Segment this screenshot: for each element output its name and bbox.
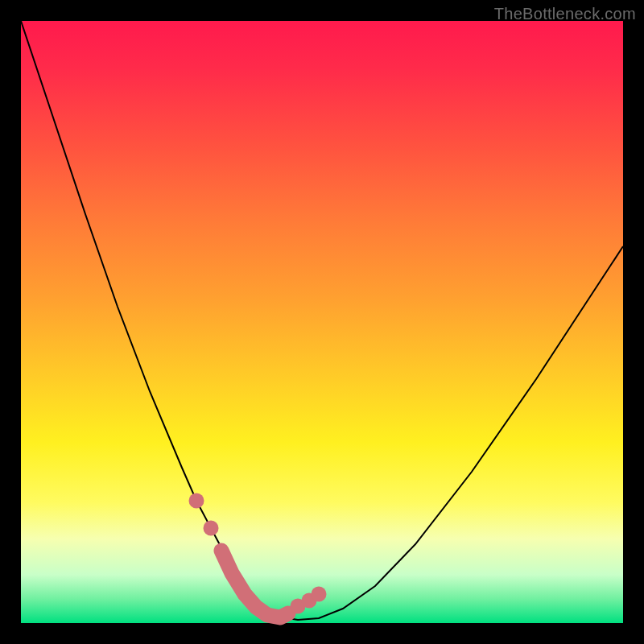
highlight-dot — [189, 493, 204, 509]
chart-area — [21, 21, 623, 623]
highlight-dots — [189, 493, 327, 614]
curve-svg — [21, 21, 623, 623]
highlight-dot — [204, 521, 219, 536]
bottleneck-curve — [21, 21, 623, 620]
highlight-dot — [312, 587, 327, 602]
watermark-text: TheBottleneck.com — [494, 5, 636, 23]
highlight-bottom-segment — [221, 551, 288, 617]
